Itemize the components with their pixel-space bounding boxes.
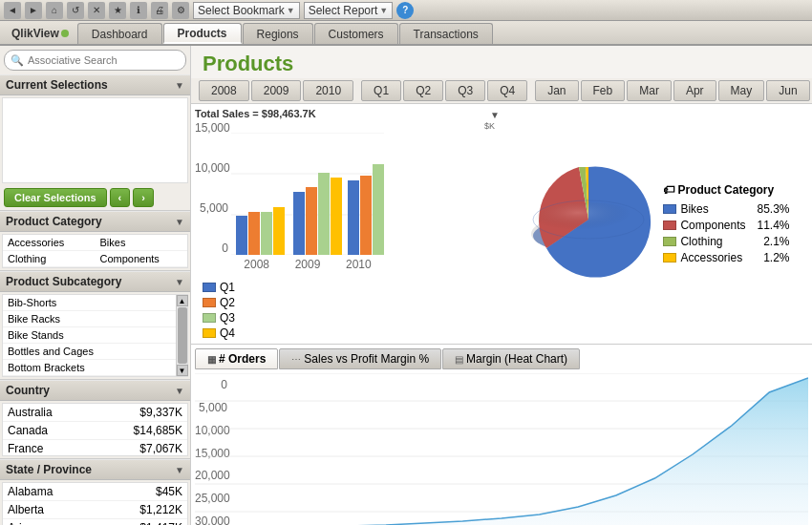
settings-icon[interactable]: ⚙ [172, 2, 189, 19]
list-item[interactable]: Components [96, 251, 188, 267]
product-category-list: Accessories Bikes Clothing Components [2, 234, 188, 268]
state-province-header[interactable]: State / Province ▼ [0, 459, 190, 480]
qlikview-logo: QlikView [4, 23, 76, 44]
star-icon[interactable]: ★ [109, 2, 126, 19]
quarter-q3-btn[interactable]: Q3 [445, 80, 485, 101]
list-item[interactable]: Australia $9,337K [3, 404, 187, 422]
list-item[interactable]: Bottles and Cages [3, 344, 187, 360]
scroll-thumb[interactable] [178, 307, 187, 364]
pie-value-bikes: 85.3% [750, 202, 790, 216]
country-arrow: ▼ [175, 386, 184, 396]
bar-chart-title: Total Sales = $98,463.7K [195, 108, 316, 119]
month-jan-btn[interactable]: Jan [535, 80, 578, 101]
bookmark-label: Select Bookmark [198, 4, 285, 17]
prev-selection-button[interactable]: ‹ [110, 188, 131, 207]
product-subcategory-header[interactable]: Product Subcategory ▼ [0, 271, 190, 292]
product-category-arrow: ▼ [175, 217, 184, 227]
year-2010-btn[interactable]: 2010 [303, 80, 353, 101]
list-item[interactable]: France $7,067K [3, 440, 187, 456]
pie-value-accessories: 1.2% [756, 251, 789, 264]
state-name: Arizona [8, 521, 47, 525]
year-2008-btn[interactable]: 2008 [199, 80, 249, 101]
tab-regions[interactable]: Regions [243, 23, 313, 44]
product-category-header[interactable]: Product Category ▼ [0, 211, 190, 232]
chart-tab-orders[interactable]: ▦ # Orders [195, 348, 278, 369]
year-2009-btn[interactable]: 2009 [251, 80, 302, 101]
help-icon[interactable]: ? [396, 2, 414, 19]
chart-tab-margin[interactable]: ▤ Margin (Heat Chart) [442, 348, 580, 369]
list-item[interactable]: Arizona $1,417K [3, 519, 187, 525]
month-jun-btn[interactable]: Jun [766, 80, 809, 101]
report-label: Select Report [309, 4, 378, 17]
list-item[interactable]: Bib-Shorts [3, 295, 187, 311]
month-feb-btn[interactable]: Feb [581, 80, 626, 101]
tab-customers[interactable]: Customers [314, 23, 398, 44]
quarter-q2-btn[interactable]: Q2 [403, 80, 443, 101]
tab-products[interactable]: Products [163, 23, 242, 44]
chart-tab-profit[interactable]: ⋯ Sales vs Profit Margin % [279, 348, 441, 369]
home-icon[interactable]: ⌂ [46, 2, 63, 19]
legend-label-q4: Q4 [220, 326, 235, 340]
legend-label-q3: Q3 [220, 311, 235, 325]
list-item[interactable]: Alabama $45K [3, 483, 187, 501]
month-may-btn[interactable]: May [718, 80, 765, 101]
month-mar-btn[interactable]: Mar [627, 80, 672, 101]
current-selections-body [2, 97, 188, 183]
list-item[interactable]: Alberta $1,212K [3, 501, 187, 519]
country-value: $9,337K [139, 406, 182, 419]
back-icon[interactable]: ◄ [4, 2, 21, 19]
list-item[interactable]: Canada $14,685K [3, 422, 187, 440]
list-item[interactable]: Clothing [3, 251, 96, 267]
list-item[interactable]: Bike Stands [3, 327, 187, 344]
scroll-up-btn[interactable]: ▲ [177, 295, 188, 306]
state-province-label: State / Province [6, 463, 92, 476]
current-selections-label: Current Selections [6, 78, 108, 92]
refresh-icon[interactable]: ↺ [67, 2, 84, 19]
selection-buttons: Clear Selections ‹ › [0, 185, 190, 210]
list-item[interactable]: Bikes [96, 235, 188, 251]
print-icon[interactable]: 🖨 [151, 2, 168, 19]
next-selection-button[interactable]: › [133, 188, 154, 207]
list-item[interactable]: Accessories [3, 235, 96, 251]
tab-transactions[interactable]: Transactions [399, 23, 493, 44]
bar-chart-y-axis: 0 5,000 10,000 15,000 [195, 121, 231, 255]
x-label: 2009 [295, 258, 321, 271]
bar-chart-dropdown[interactable]: ▼ [490, 110, 500, 120]
legend-label-q1: Q1 [220, 281, 235, 294]
forward-icon[interactable]: ► [25, 2, 42, 19]
bookmark-select[interactable]: Select Bookmark ▼ [193, 2, 300, 19]
quarter-q1-btn[interactable]: Q1 [361, 80, 401, 101]
state-value: $1,417K [139, 521, 182, 525]
pie-legend-bikes: Bikes 85.3% [663, 202, 789, 216]
country-name: Australia [8, 406, 53, 419]
month-apr-btn[interactable]: Apr [673, 80, 716, 101]
report-arrow: ▼ [379, 6, 388, 15]
legend-item-q2: Q2 [203, 296, 500, 309]
product-subcategory-arrow: ▼ [175, 277, 184, 287]
report-select[interactable]: Select Report ▼ [304, 2, 394, 19]
bar-chart-x-axis: 2008 2009 2010 [231, 258, 384, 271]
area-chart-plot: 1/1/2008 3/1/2008 5/1/2008 7/1/2008 9/1/… [195, 373, 808, 525]
current-selections-header[interactable]: Current Selections ▼ [0, 74, 190, 95]
clear-selections-button[interactable]: Clear Selections [4, 188, 107, 207]
search-box[interactable]: 🔍 [4, 50, 186, 71]
pie-chart-container: 🏷 Product Category Bikes 85.3% Component… [503, 108, 808, 340]
state-name: Alberta [8, 503, 44, 516]
page-title: Products [191, 46, 812, 78]
stop-icon[interactable]: ✕ [88, 2, 105, 19]
product-subcategory-section: Product Subcategory ▼ Bib-Shorts Bike Ra… [0, 271, 190, 380]
list-item[interactable]: Bottom Brackets [3, 360, 187, 376]
scroll-down-btn[interactable]: ▼ [177, 365, 188, 376]
svg-point-18 [535, 202, 642, 237]
country-header[interactable]: Country ▼ [0, 380, 190, 401]
quarter-q4-btn[interactable]: Q4 [487, 80, 527, 101]
pie-value-clothing: 2.1% [756, 235, 789, 248]
svg-rect-14 [373, 164, 384, 255]
svg-rect-4 [236, 216, 247, 255]
tab-dashboard[interactable]: Dashboard [77, 23, 162, 44]
info-icon[interactable]: ℹ [130, 2, 147, 19]
search-input[interactable] [28, 54, 180, 66]
country-name: France [8, 442, 43, 455]
list-item[interactable]: Bike Racks [3, 311, 187, 327]
subcategory-scrollbar[interactable]: ▲ ▼ [176, 295, 187, 376]
